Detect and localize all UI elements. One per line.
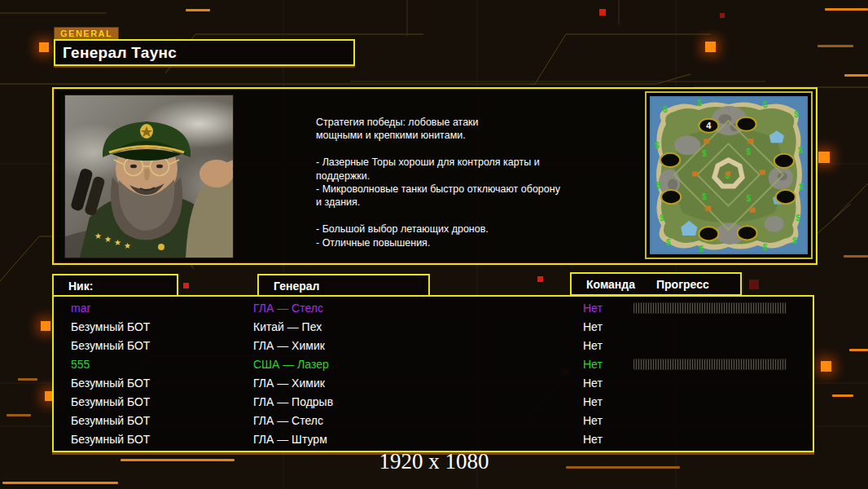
svg-text:$: $ xyxy=(798,146,803,155)
map-preview: 4 $$$$ $$$$ $$$$ $$ $$$$ $ xyxy=(645,91,813,259)
decor-glow-square xyxy=(818,152,830,163)
table-row[interactable]: Безумный БОТГЛА — СтелсНет xyxy=(54,412,813,430)
decor-red-square xyxy=(537,276,543,282)
general-info-panel: ★★★★ Стратегия победы: лобовые атаки мощ… xyxy=(52,87,818,265)
decor-dash xyxy=(18,378,37,381)
general-portrait-image: ★★★★ xyxy=(65,95,233,258)
player-general-cell: ГЛА — Штурм xyxy=(253,433,583,446)
svg-text:★: ★ xyxy=(114,238,121,247)
decor-red-square xyxy=(599,9,606,15)
column-header-nick: Ник: xyxy=(52,274,178,297)
player-general-cell: ГЛА — Стелс xyxy=(253,302,583,315)
player-nick-cell: 555 xyxy=(54,358,253,371)
table-row[interactable]: Безумный БОТГЛА — ХимикНет xyxy=(54,374,813,393)
decor-glow-square xyxy=(41,321,50,331)
player-team-cell: Нет xyxy=(583,377,633,390)
player-team-cell: Нет xyxy=(583,414,633,427)
page-title: Генерал Таунс xyxy=(55,44,177,62)
nick-header-label: Ник: xyxy=(54,280,93,293)
player-team-cell: Нет xyxy=(583,302,633,315)
general-header-label: Генерал xyxy=(259,280,320,293)
map-start-position-number: 4 xyxy=(706,121,712,130)
player-general-cell: ГЛА — Химик xyxy=(253,377,583,390)
svg-text:★: ★ xyxy=(94,231,102,240)
svg-text:$: $ xyxy=(763,100,768,109)
svg-text:★: ★ xyxy=(104,235,112,244)
player-general-cell: ГЛА — Химик xyxy=(253,339,583,352)
player-progress-cell xyxy=(633,302,813,314)
svg-text:$: $ xyxy=(792,236,797,245)
svg-text:$: $ xyxy=(702,149,707,158)
decor-dash xyxy=(844,74,868,77)
loading-progress-bar xyxy=(633,359,787,370)
player-nick-cell: Безумный БОТ xyxy=(54,395,253,408)
decor-red-square xyxy=(720,13,725,18)
svg-text:$: $ xyxy=(697,99,702,108)
decor-red-square xyxy=(749,280,759,289)
svg-text:$: $ xyxy=(699,244,704,253)
column-header-general: Генерал xyxy=(257,274,430,297)
player-nick-cell: Безумный БОТ xyxy=(54,377,253,390)
player-nick-cell: Безумный БОТ xyxy=(54,339,253,352)
column-header-team-progress: Команда Прогресс xyxy=(570,272,742,296)
decor-dash xyxy=(844,255,868,258)
player-nick-cell: Безумный БОТ xyxy=(54,433,253,446)
player-general-cell: ГЛА — Стелс xyxy=(253,414,583,427)
svg-text:$: $ xyxy=(799,183,804,192)
svg-text:$: $ xyxy=(660,214,664,222)
decor-dash xyxy=(832,394,853,397)
decor-dash xyxy=(818,45,853,47)
decor-glow-square xyxy=(821,361,831,372)
table-row[interactable]: marГЛА — СтелсНет xyxy=(54,298,813,317)
team-header-label: Команда xyxy=(572,278,635,291)
table-row[interactable]: 555США — ЛазерНет xyxy=(54,355,813,373)
player-team-cell: Нет xyxy=(583,433,633,446)
svg-text:$: $ xyxy=(747,194,752,203)
svg-text:$: $ xyxy=(655,141,660,150)
player-progress-cell xyxy=(633,359,813,370)
decor-dash xyxy=(186,9,210,11)
player-nick-cell: Безумный БОТ xyxy=(54,320,253,333)
title-box: Генерал Таунс xyxy=(54,39,355,66)
svg-text:$: $ xyxy=(666,238,671,247)
progress-header-label: Прогресс xyxy=(635,278,709,291)
svg-text:$: $ xyxy=(796,214,800,222)
svg-text:$: $ xyxy=(656,181,661,190)
resolution-label: 1920 x 1080 xyxy=(0,449,868,474)
player-general-cell: Китай — Пех xyxy=(253,320,583,333)
table-row[interactable]: Безумный БОТГЛА — ХимикНет xyxy=(54,336,813,355)
svg-text:$: $ xyxy=(702,192,707,201)
map-preview-image: 4 $$$$ $$$$ $$$$ $$ $$$$ $ xyxy=(650,96,808,254)
svg-text:$: $ xyxy=(794,110,799,119)
decor-dash xyxy=(7,414,31,416)
decor-red-square xyxy=(183,283,189,289)
table-row[interactable]: Безумный БОТГЛА — ШтурмНет xyxy=(54,430,813,449)
player-nick-cell: mar xyxy=(54,302,253,315)
player-general-cell: ГЛА — Подрыв xyxy=(253,395,583,408)
player-team-cell: Нет xyxy=(583,358,633,371)
player-team-cell: Нет xyxy=(583,339,633,352)
svg-text:$: $ xyxy=(663,105,668,114)
player-rows: marГЛА — СтелсНетБезумный БОТКитай — Пех… xyxy=(52,295,814,452)
player-team-cell: Нет xyxy=(583,320,633,333)
decor-dash xyxy=(2,482,118,484)
decor-dash xyxy=(825,8,868,11)
decor-glow-square xyxy=(39,42,49,52)
game-lobby-screen: GENERAL Генерал Таунс xyxy=(0,0,868,489)
svg-text:★: ★ xyxy=(124,241,131,250)
player-team-cell: Нет xyxy=(583,395,633,408)
loading-progress-bar xyxy=(633,302,787,314)
table-row[interactable]: Безумный БОТКитай — ПехНет xyxy=(54,317,813,336)
decor-dash xyxy=(849,349,868,351)
svg-text:$: $ xyxy=(747,148,752,156)
decor-glow-square xyxy=(705,42,716,52)
strategy-text: Стратегия победы: лобовые атаки мощными … xyxy=(316,116,585,249)
player-general-cell: США — Лазер xyxy=(253,358,583,371)
table-row[interactable]: Безумный БОТГЛА — ПодрывНет xyxy=(54,393,813,412)
general-portrait: ★★★★ xyxy=(64,95,234,258)
svg-text:$: $ xyxy=(763,243,768,252)
player-nick-cell: Безумный БОТ xyxy=(54,414,253,427)
